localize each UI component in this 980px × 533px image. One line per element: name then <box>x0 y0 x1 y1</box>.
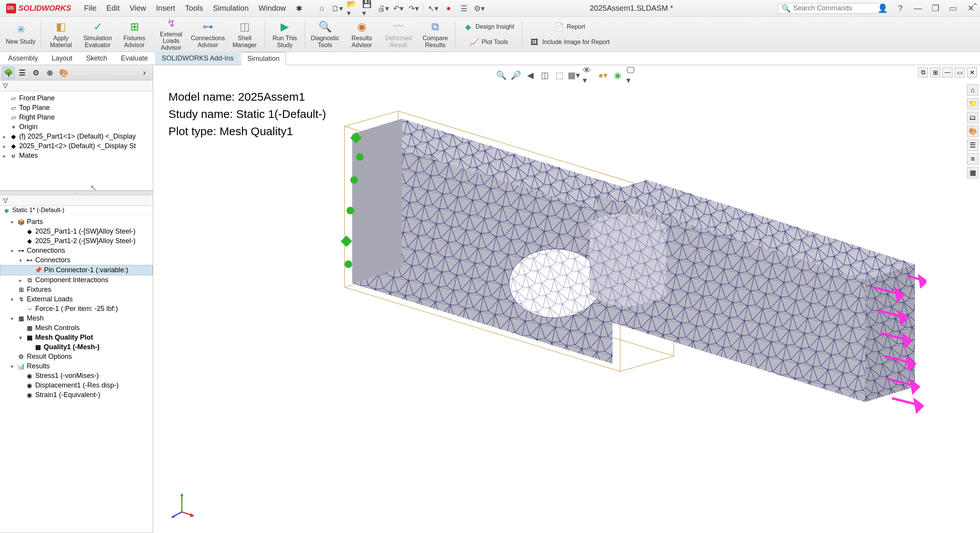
vp-min-icon[interactable]: — <box>942 67 952 77</box>
compare-results-button[interactable]: ⧉Compare Results <box>418 18 452 51</box>
include-image-button[interactable]: 🖼Include Image for Report <box>525 35 614 49</box>
design-library-icon[interactable]: 📁 <box>967 98 978 110</box>
external-loads-button[interactable]: ↯External Loads Advisor <box>154 18 188 51</box>
expand-panel-icon[interactable]: › <box>138 67 150 79</box>
command-search[interactable]: 🔍 ▾ <box>778 3 877 14</box>
tab-simulation[interactable]: Simulation <box>241 52 286 65</box>
sim-node[interactable]: ▾▦Mesh Quality Plot <box>0 333 153 342</box>
config-mgr-tab-icon[interactable]: ⚙ <box>30 67 42 79</box>
user-icon[interactable]: 👤 <box>877 3 888 14</box>
study-root[interactable]: ◆Static 1* (-Default-) <box>0 206 153 215</box>
tab-addins[interactable]: SOLIDWORKS Add-Ins <box>155 52 240 65</box>
restore-icon[interactable]: ❐ <box>930 3 941 14</box>
panel-splitter[interactable]: ⋯ <box>0 191 153 195</box>
zoom-fit-icon[interactable]: 🔍 <box>495 70 507 81</box>
rebuild-icon[interactable]: ● <box>443 3 454 14</box>
menu-simulation[interactable]: Simulation <box>211 2 251 15</box>
connections-advisor-button[interactable]: ⊶Connections Advisor <box>191 18 225 51</box>
sim-node[interactable]: ⊞Fixtures <box>0 285 153 294</box>
filter-icon[interactable]: ▽ <box>3 82 8 89</box>
options-list-icon[interactable]: ☰ <box>458 3 470 14</box>
sim-node[interactable]: ▸⧉Component Interactions <box>0 275 153 285</box>
maximize-icon[interactable]: ▭ <box>948 3 959 14</box>
menu-file[interactable]: File <box>82 2 99 15</box>
minimize-icon[interactable]: — <box>913 3 923 14</box>
file-explorer-icon[interactable]: 🗂 <box>967 112 978 123</box>
sim-node[interactable]: ▾↯External Loads <box>0 294 153 304</box>
orientation-triad[interactable] <box>168 491 195 518</box>
undo-icon[interactable]: ↶▾ <box>393 3 404 14</box>
menu-tools[interactable]: Tools <box>183 2 206 15</box>
tab-layout[interactable]: Layout <box>45 52 79 65</box>
shell-manager-button[interactable]: ◫Shell Manager <box>228 18 261 51</box>
feature-node[interactable]: ▱Right Plane <box>0 113 153 122</box>
vp-link-icon[interactable]: ⧉ <box>918 67 928 77</box>
settings-gear-icon[interactable]: ⚙▾ <box>474 3 485 14</box>
menu-insert[interactable]: Insert <box>154 2 177 15</box>
vp-max-icon[interactable]: ▭ <box>955 67 965 77</box>
view-settings-icon[interactable]: 🖵▾ <box>626 70 638 81</box>
view-orient-icon[interactable]: ⬚ <box>554 70 565 81</box>
design-insight-button[interactable]: ◆Design Insight <box>459 20 519 34</box>
collapse-ribbon-icon[interactable]: ⌃ <box>972 2 978 11</box>
results-advisor-button[interactable]: ◉Results Advisor <box>345 18 379 51</box>
open-icon[interactable]: 📂▾ <box>347 3 358 14</box>
sim-node[interactable]: ▾⊷Connectors <box>0 255 153 265</box>
feature-node[interactable]: ▸◆2025_Part1<2> (Default) <_Display St <box>0 141 153 151</box>
appearance-icon[interactable]: ●▾ <box>597 70 609 81</box>
menu-view[interactable]: View <box>127 2 148 15</box>
sw-resources-icon[interactable]: ⌂ <box>967 84 978 96</box>
fixtures-advisor-button[interactable]: ⊞Fixtures Advisor <box>118 18 151 51</box>
sim-node[interactable]: ▾📊Results <box>0 361 153 371</box>
tab-evaluate[interactable]: Evaluate <box>114 52 154 65</box>
plot-tools-button[interactable]: 📈Plot Tools <box>459 35 519 49</box>
graphics-viewport[interactable]: 🔍 🔎 ◀ ◫ ⬚ ▦▾ 👁▾ ●▾ ◉ 🖵▾ ⧉ ⊞ — ▭ ✕ Model … <box>153 65 980 533</box>
zoom-area-icon[interactable]: 🔎 <box>510 70 521 81</box>
feature-tree-tab-icon[interactable]: 🌳 <box>2 67 15 79</box>
property-mgr-tab-icon[interactable]: ☰ <box>16 67 28 79</box>
report-button[interactable]: 📄Report <box>525 20 614 34</box>
vp-new-icon[interactable]: ⊞ <box>930 67 940 77</box>
sim-node[interactable]: ⚙Result Options <box>0 352 153 361</box>
sim-filter-icon[interactable]: ▽ <box>3 197 8 204</box>
new-study-button[interactable]: ✳New Study <box>4 18 38 51</box>
feature-node[interactable]: ▱Front Plane <box>0 93 153 103</box>
view-palette-icon[interactable]: 🎨 <box>967 126 978 137</box>
tab-sketch[interactable]: Sketch <box>80 52 114 65</box>
save-icon[interactable]: 💾▾ <box>362 3 374 14</box>
hide-show-icon[interactable]: 👁▾ <box>583 70 594 81</box>
new-doc-icon[interactable]: 🗋▾ <box>332 3 343 14</box>
tab-assembly[interactable]: Assembly <box>2 52 44 65</box>
diagnostic-tools-button[interactable]: 🔍Diagnostic Tools <box>308 18 342 51</box>
scene-icon[interactable]: ◉ <box>612 70 623 81</box>
sim-node[interactable]: ▦Mesh Controls <box>0 323 153 333</box>
help-icon[interactable]: ? <box>895 3 906 14</box>
feature-node[interactable]: ▱Top Plane <box>0 103 153 113</box>
forum-icon[interactable]: ▦ <box>967 167 978 178</box>
sim-node[interactable]: ▾📦Parts <box>0 217 153 227</box>
custom-props-icon[interactable]: ≡ <box>967 153 978 165</box>
display-mgr-tab-icon[interactable]: 🎨 <box>57 67 70 79</box>
sim-node[interactable]: ◉Displacement1 (-Res disp-) <box>0 381 153 390</box>
feature-node[interactable]: ▸⊎Mates <box>0 151 153 160</box>
select-icon[interactable]: ↖▾ <box>428 3 439 14</box>
apply-material-button[interactable]: ◧Apply Material <box>44 18 78 51</box>
sim-node[interactable]: 📌Pin Connector-1 (:variable:) <box>0 265 153 275</box>
sim-node[interactable]: ▦Quality1 (-Mesh-) <box>0 342 153 352</box>
prev-view-icon[interactable]: ◀ <box>524 70 536 81</box>
menu-window[interactable]: Window <box>256 2 288 15</box>
run-study-button[interactable]: ▶Run This Study <box>268 18 302 51</box>
display-style-icon[interactable]: ▦▾ <box>568 70 580 81</box>
sim-node[interactable]: ◉Stress1 (-vonMises-) <box>0 371 153 381</box>
sim-node[interactable]: ▾⊶Connections <box>0 246 153 255</box>
sim-node[interactable]: ◆2025_Part1-1 (-[SW]Alloy Steel-) <box>0 227 153 236</box>
section-view-icon[interactable]: ◫ <box>539 70 550 81</box>
redo-icon[interactable]: ↷▾ <box>408 3 420 14</box>
search-input[interactable] <box>793 4 882 12</box>
menu-more-icon[interactable]: ✱ <box>294 2 305 15</box>
print-icon[interactable]: 🖨▾ <box>377 3 389 14</box>
sim-node[interactable]: ▾▦Mesh <box>0 314 153 323</box>
sim-node[interactable]: ◆2025_Part1-2 (-[SW]Alloy Steel-) <box>0 236 153 246</box>
dimxpert-tab-icon[interactable]: ⊕ <box>44 67 56 79</box>
home-icon[interactable]: ⌂ <box>316 3 328 14</box>
